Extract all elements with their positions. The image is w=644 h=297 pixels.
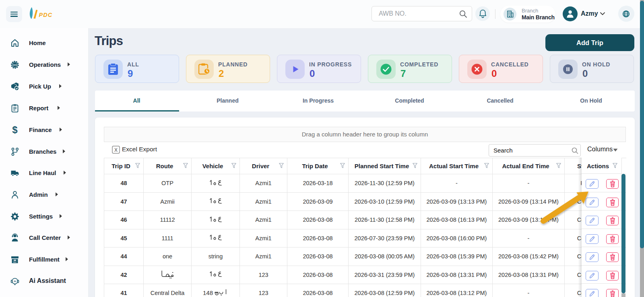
svg-text:AI: AI <box>14 280 16 283</box>
svg-text:PDC: PDC <box>39 12 52 18</box>
svg-text:$: $ <box>12 126 18 134</box>
svg-text:X: X <box>114 147 118 153</box>
svg-text:NEW: NEW <box>13 64 17 66</box>
svg-text:FFC: FFC <box>13 261 17 263</box>
svg-text:148: 148 <box>203 289 213 296</box>
